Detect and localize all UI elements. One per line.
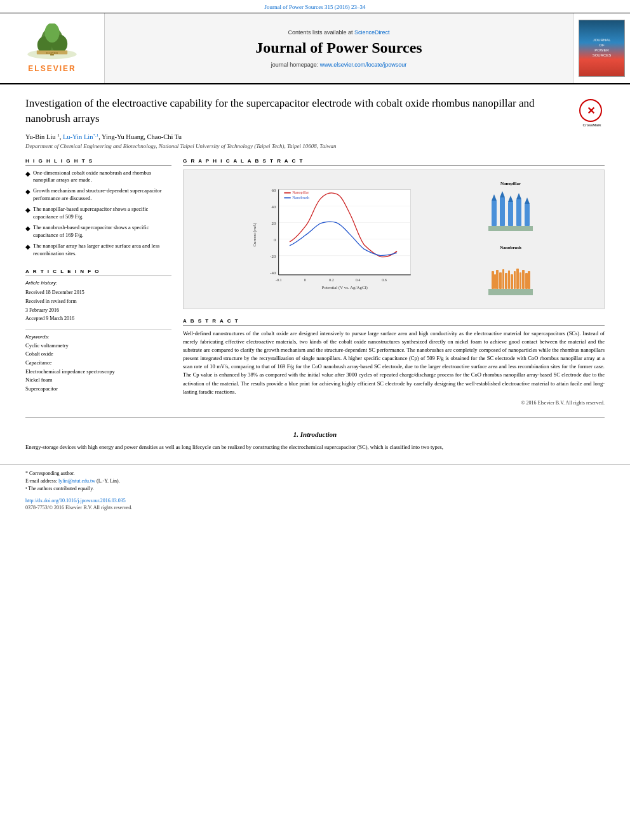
copyright-line: © 2016 Elsevier B.V. All rights reserved… (183, 400, 605, 406)
nanobrush-illustration: Nanobrush (488, 245, 533, 298)
bullet-icon-5: ◆ (25, 243, 30, 251)
contents-available-text: Contents lists available at ScienceDirec… (288, 29, 389, 36)
svg-rect-51 (514, 271, 516, 289)
svg-rect-48 (505, 273, 507, 289)
highlight-text-4: The nanobrush-based supercapacitor shows… (33, 224, 171, 239)
highlight-item-1: ◆ One-dimensional cobalt oxide nanobrush… (25, 170, 171, 185)
svg-rect-36 (508, 202, 513, 226)
highlight-item-2: ◆ Growth mechanism and structure-depende… (25, 187, 171, 203)
svg-rect-46 (499, 272, 502, 289)
highlights-heading: H I G H L I G H T S (25, 158, 171, 166)
keyword-3: Capacitance (25, 359, 171, 368)
journal-logo-box: JOURNALOFPOWERSOURCES (573, 13, 630, 83)
author-luyin[interactable]: Lu-Yin Lin*,1 (63, 133, 98, 140)
keywords-label: Keywords: (25, 334, 171, 340)
abstract-section: A B S T R A C T Well-defined nanostructu… (183, 318, 605, 406)
svg-rect-30 (284, 197, 290, 199)
svg-marker-35 (500, 191, 505, 197)
svg-rect-56 (528, 271, 530, 289)
journal-logo-image: JOURNALOFPOWERSOURCES (579, 20, 625, 77)
keyword-2: Cobalt oxide (25, 350, 171, 359)
svg-text:0.6: 0.6 (382, 278, 387, 282)
article-title-section: Investigation of the electroactive capab… (25, 96, 605, 127)
crossmark-box: ✕ CrossMark (579, 99, 605, 127)
homepage-url[interactable]: www.elsevier.com/locate/jpowsour (320, 62, 407, 68)
svg-text:0.4: 0.4 (356, 278, 361, 282)
svg-text:Current (mA): Current (mA) (252, 223, 257, 247)
svg-text:60: 60 (271, 188, 276, 192)
doi-link[interactable]: http://dx.doi.org/10.1016/j.jpowsour.201… (25, 498, 126, 503)
email-line: E-mail address: lylin@ntut.edu.tw (L.-Y.… (25, 477, 605, 485)
page: Journal of Power Sources 315 (2016) 23–3… (0, 0, 630, 840)
nanobrush-svg (488, 252, 533, 297)
revised-date: 3 February 2016 (25, 306, 171, 315)
svg-rect-52 (516, 269, 519, 289)
keyword-1: Cyclic voltammetry (25, 342, 171, 350)
email-link[interactable]: lylin@ntut.edu.tw (58, 478, 95, 484)
equal-contribution-note: ¹ The authors contributed equally. (25, 485, 605, 493)
highlight-text-5: The nanopillar array has larger active s… (33, 243, 171, 258)
svg-text:0: 0 (304, 278, 306, 282)
highlight-item-3: ◆ The nanopillar-based supercapacitor sh… (25, 206, 171, 221)
svg-rect-44 (494, 274, 496, 289)
highlights-section: H I G H L I G H T S ◆ One-dimensional co… (25, 158, 171, 258)
author-yingyu: Ying-Yu Huang (102, 133, 144, 140)
author-yubin: Yu-Bin Liu 1 (25, 133, 60, 140)
corresponding-author-note: * Corresponding author. (25, 470, 605, 477)
svg-rect-57 (488, 289, 533, 295)
svg-rect-40 (525, 204, 530, 226)
svg-rect-49 (508, 270, 510, 289)
journal-center-header: Contents lists available at ScienceDirec… (105, 13, 573, 83)
svg-text:0.2: 0.2 (329, 278, 334, 282)
elsevier-tree-icon: ELSEVIER (23, 23, 81, 62)
journal-header: ELSEVIER ELSEVIER Contents lists availab… (0, 13, 630, 84)
homepage-line: journal homepage: www.elsevier.com/locat… (271, 62, 407, 68)
two-column-layout: H I G H L I G H T S ◆ One-dimensional co… (25, 158, 605, 406)
article-history-label: Article history: (25, 280, 171, 286)
bullet-icon-3: ◆ (25, 206, 30, 215)
nanopillar-illustration: Nanopillar (488, 181, 533, 234)
svg-text:0: 0 (274, 237, 276, 242)
svg-rect-8 (279, 189, 411, 274)
cv-chart: 60 40 20 0 -20 -40 -0.1 0 0.2 0.4 0.6 (248, 173, 479, 305)
journal-citation-bar: Journal of Power Sources 315 (2016) 23–3… (0, 0, 630, 13)
svg-rect-45 (496, 270, 499, 289)
introduction-text: Energy-storage devices with high energy … (25, 443, 605, 451)
keywords-section: Keywords: Cyclic voltammetry Cobalt oxid… (25, 330, 171, 394)
svg-rect-55 (525, 273, 528, 289)
svg-text:40: 40 (271, 204, 276, 209)
author-chaochi: Chao-Chi Tu (147, 133, 182, 140)
nanopillar-svg (488, 188, 533, 232)
crossmark-label: CrossMark (579, 123, 605, 127)
svg-point-5 (44, 23, 59, 43)
elsevier-logo-box: ELSEVIER ELSEVIER (0, 13, 105, 83)
received-date: Received 18 December 2015 (25, 288, 171, 297)
journal-title: Journal of Power Sources (255, 39, 422, 57)
svg-text:-40: -40 (270, 270, 276, 275)
divider (25, 417, 605, 418)
keyword-4: Electrochemical impedance spectroscopy (25, 368, 171, 377)
svg-rect-54 (522, 270, 525, 289)
nanobrush-label: Nanobrush (488, 245, 533, 250)
bullet-icon-4: ◆ (25, 224, 30, 233)
svg-marker-41 (525, 197, 530, 204)
highlight-text-1: One-dimensional cobalt oxide nanobrush a… (33, 170, 171, 185)
highlight-item-5: ◆ The nanopillar array has larger active… (25, 243, 171, 258)
nanopillar-label: Nanopillar (488, 181, 533, 186)
introduction-section: 1. Introduction Energy-storage devices w… (0, 430, 630, 451)
article-title: Investigation of the electroactive capab… (25, 96, 579, 126)
accepted-date: Accepted 9 March 2016 (25, 314, 171, 323)
svg-text:Potential (V vs. Ag/AgCl): Potential (V vs. Ag/AgCl) (322, 285, 368, 290)
highlight-text-2: Growth mechanism and structure-dependent… (33, 187, 171, 203)
svg-text:20: 20 (271, 221, 276, 225)
graphical-abstract-section: G R A P H I C A L A B S T R A C T (183, 158, 605, 309)
highlight-text-3: The nanopillar-based supercapacitor show… (33, 206, 171, 221)
revised-label: Received in revised form (25, 297, 171, 306)
issn-line: 0378-7753/© 2016 Elsevier B.V. All right… (25, 505, 132, 510)
footer-section: * Corresponding author. E-mail address: … (0, 464, 630, 510)
authors-line: Yu-Bin Liu 1, Lu-Yin Lin*,1, Ying-Yu Hua… (25, 132, 605, 140)
science-direct-link[interactable]: ScienceDirect (354, 29, 390, 36)
svg-marker-33 (492, 194, 497, 201)
keyword-6: Supercapacitor (25, 385, 171, 394)
svg-rect-34 (500, 197, 505, 226)
